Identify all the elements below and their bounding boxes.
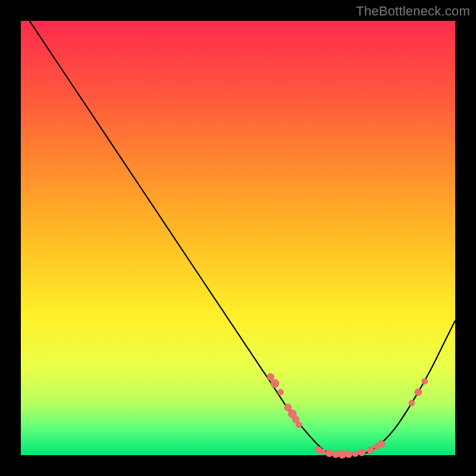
curve-marker bbox=[415, 389, 422, 396]
watermark-text: TheBottleneck.com bbox=[356, 4, 470, 19]
curve-marker bbox=[378, 440, 385, 447]
curve-layer bbox=[21, 21, 455, 455]
curve-marker bbox=[409, 400, 415, 406]
curve-marker bbox=[352, 451, 358, 457]
curve-marker bbox=[278, 389, 284, 395]
curve-marker bbox=[271, 380, 279, 388]
curve-marker bbox=[358, 449, 365, 456]
curve-marker bbox=[320, 449, 325, 455]
curve-marker bbox=[367, 446, 374, 453]
chart-frame: TheBottleneck.com bbox=[0, 0, 476, 476]
curve-marker bbox=[296, 422, 302, 428]
curve-marker bbox=[267, 374, 274, 381]
curve-marker bbox=[325, 450, 333, 457]
curve-marker bbox=[345, 451, 352, 458]
plot-area bbox=[21, 21, 455, 455]
curve-marker bbox=[422, 378, 428, 384]
bottleneck-curve bbox=[21, 8, 455, 456]
curve-marker bbox=[284, 404, 292, 411]
